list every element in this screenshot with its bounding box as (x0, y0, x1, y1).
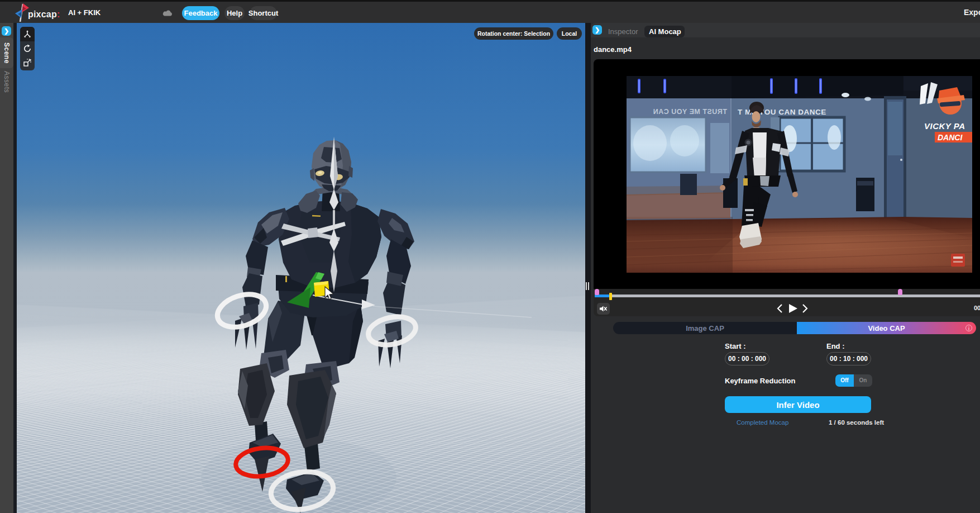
svg-text:TRUST ME YOU CAN: TRUST ME YOU CAN (653, 108, 727, 116)
svg-text:VICKY PA: VICKY PA (924, 121, 965, 131)
svg-text:DANCI: DANCI (938, 133, 963, 142)
